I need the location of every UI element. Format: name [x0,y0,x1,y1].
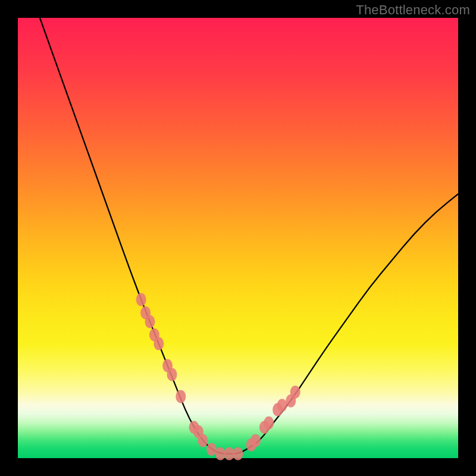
marker-point [206,443,217,456]
marker-point [198,434,208,447]
plot-area [18,18,458,458]
marker-point [233,447,243,461]
watermark-text: TheBottleneck.com [356,2,470,18]
marker-point [290,386,300,399]
curve-svg [18,18,458,458]
marker-point [176,390,186,403]
marker-point [277,399,287,412]
marker-point [250,434,261,447]
chart-stage: TheBottleneck.com [0,0,476,476]
marker-point [136,293,146,306]
marker-points [136,293,300,461]
marker-point [145,315,155,328]
marker-point [224,447,234,461]
marker-point [264,416,274,430]
marker-point [154,337,164,350]
bottleneck-curve [40,18,458,454]
marker-point [215,447,226,461]
marker-point [167,368,177,381]
